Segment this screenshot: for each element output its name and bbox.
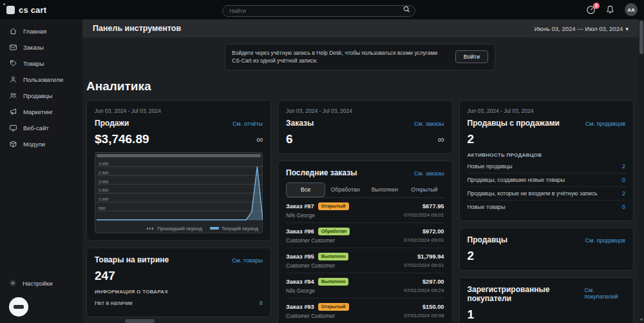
orders-title: Заказы: [286, 119, 314, 128]
order-status-badge: Обработан: [318, 228, 350, 235]
see-vendors-link-2[interactable]: См. продавцов: [585, 237, 625, 244]
orders-period: Jun 03, 2024 - Jul 03, 2024: [286, 108, 444, 114]
sidebar-item-label: Продавцы: [23, 92, 52, 99]
performance-gauge-icon[interactable]: 2: [586, 5, 596, 15]
vertical-scrollbar-thumb[interactable]: [639, 21, 643, 54]
stat-value: 8: [260, 300, 263, 306]
sidebar: ГлавнаяЗаказыТоварыПользователиПродавцыМ…: [0, 19, 82, 323]
solid-series-icon: [210, 227, 219, 230]
order-row-line2: Customer Customer07/01/2024 09:08: [286, 313, 444, 319]
dashboard-content: Войдите через учётную запись в Help Desk…: [82, 37, 639, 323]
helpdesk-banner: Войдите через учётную запись в Help Desk…: [225, 44, 495, 70]
vertical-scrollbar[interactable]: [639, 19, 644, 323]
chart-range-scrollbar[interactable]: [97, 154, 261, 157]
cs-cart-logo[interactable]: cs cart: [6, 5, 46, 15]
dashboard-columns: Jun 03, 2024 - Jul 03, 2024 Продажи См. …: [86, 100, 634, 323]
customers-count: 1: [468, 308, 475, 322]
order-amount: $1,799.94: [417, 253, 444, 260]
page-title: Панель инструментов: [93, 24, 181, 33]
search-icon[interactable]: [403, 6, 410, 13]
legend-past-label: Прошедший период: [157, 226, 202, 231]
analytics-heading: Аналитика: [86, 79, 634, 93]
order-row[interactable]: Заказ #95Выполнен$1,799.94Customer Custo…: [286, 248, 444, 273]
sidebar-menu: ГлавнаяЗаказыТоварыПользователиПродавцыМ…: [0, 23, 82, 152]
cs-cart-logo-text: cs cart: [19, 5, 46, 15]
see-orders-link[interactable]: См. заказы: [414, 121, 444, 127]
users-icon: [9, 75, 17, 84]
global-search: [222, 4, 415, 15]
sidebar-item-marketing[interactable]: Маркетинг: [0, 104, 82, 120]
search-input[interactable]: [222, 5, 415, 17]
notification-count-badge: 2: [593, 3, 600, 9]
tab-Обработан[interactable]: Обработан: [325, 182, 365, 197]
order-amount: $297.00: [422, 279, 444, 285]
vendors-icon: [9, 92, 17, 100]
products-title: Товары на витрине: [95, 255, 169, 264]
caret-down-icon: ▾: [625, 25, 629, 32]
tab-Выполнен[interactable]: Выполнен: [365, 182, 404, 197]
vendor-activity-row[interactable]: Продавцы, создавшие новые товары0: [468, 173, 626, 186]
orders-count: 6: [286, 132, 293, 146]
infinity-icon: ∞: [256, 135, 263, 144]
order-id: Заказ #96: [286, 228, 314, 235]
legend-past-period[interactable]: Прошедший период: [147, 226, 202, 231]
sidebar-item-products[interactable]: Товары: [0, 55, 82, 72]
order-id: Заказ #95: [286, 253, 314, 260]
sidebar-settings-label: Настройки: [23, 280, 53, 287]
vendors-card: Продавцы См. продавцов 2: [459, 228, 634, 271]
order-row[interactable]: Заказ #94Выполнен$297.00Nils George07/01…: [286, 273, 444, 299]
see-vendors-link[interactable]: См. продавцов: [585, 121, 625, 127]
see-customers-link[interactable]: См. покупателей: [584, 287, 625, 300]
stat-value: 0: [622, 204, 625, 210]
tab-Открытый[interactable]: Открытый: [404, 182, 444, 197]
order-customer: Customer Customer: [286, 262, 335, 269]
orders-card: Jun 03, 2024 - Jul 03, 2024 Заказы См. з…: [278, 100, 453, 154]
sidebar-item-label: Заказы: [23, 44, 44, 51]
vendor-activity-row[interactable]: Новые продавцы2: [468, 160, 626, 173]
sidebar-item-users[interactable]: Пользователи: [0, 72, 82, 88]
cs-cart-round-badge[interactable]: [9, 297, 28, 317]
scroll-down-arrow-icon[interactable]: [639, 318, 643, 321]
sidebar-item-addons[interactable]: Модули: [0, 136, 82, 152]
orders-list: Заказ #97Открытый$677.95Nils George07/02…: [286, 198, 444, 320]
sidebar-item-label: Главная: [23, 28, 46, 35]
see-products-link[interactable]: См. товары: [232, 257, 263, 264]
order-row[interactable]: Заказ #93Открытый$150.00Customer Custome…: [286, 299, 444, 320]
order-status-badge: Открытый: [318, 202, 349, 210]
see-reports-link[interactable]: См. отчёты: [232, 121, 263, 127]
gear-icon: [9, 279, 17, 287]
sales-area-chart: 5001,0001,5002,0002,5003,000: [97, 158, 261, 225]
sidebar-item-website[interactable]: Веб-сайт: [0, 120, 82, 136]
tab-Все[interactable]: Все: [286, 182, 325, 197]
products-info-section-label: ИНФОРМАЦИЯ О ТОВАРАХ: [95, 289, 263, 295]
order-row[interactable]: Заказ #97Открытый$677.95Nils George07/02…: [286, 198, 444, 223]
sidebar-item-settings[interactable]: Настройки: [0, 275, 82, 291]
sidebar-item-home[interactable]: Главная: [0, 23, 82, 39]
bell-icon[interactable]: [606, 5, 614, 14]
stat-value: 2: [622, 163, 625, 170]
legend-current-period[interactable]: Текущий период: [210, 226, 258, 231]
vendor-activity-row[interactable]: Новые товары0: [468, 200, 626, 213]
storefront-products-card: Товары на витрине См. товары 247 ИНФОРМА…: [86, 248, 271, 317]
stat-label: Продавцы, которые не входили в учётную з…: [468, 190, 598, 197]
user-avatar[interactable]: AA: [625, 3, 638, 16]
stat-label: Нет в наличии: [95, 300, 133, 306]
sales-title: Продажи: [95, 119, 129, 128]
product-info-row[interactable]: Нет в наличии8: [95, 297, 263, 309]
chart-legend: Прошедший период Текущий период: [147, 226, 258, 231]
dotted-series-icon: [147, 228, 155, 230]
recent-orders-card: Последние заказы См. заказы ВсеОбработан…: [278, 161, 453, 323]
vendor-activity-row[interactable]: Продавцы, которые не входили в учётную з…: [468, 186, 626, 200]
order-row-line1: Заказ #93Открытый$150.00: [286, 303, 444, 311]
vendors-sales-count: 2: [468, 132, 475, 146]
sidebar-item-label: Модули: [23, 141, 45, 148]
sidebar-item-orders[interactable]: Заказы: [0, 39, 82, 55]
horizontal-scrollbar-thumb[interactable]: [125, 319, 155, 323]
see-orders-link-2[interactable]: См. заказы: [414, 170, 444, 177]
sidebar-item-vendors[interactable]: Продавцы: [0, 88, 82, 104]
helpdesk-login-button[interactable]: Войти: [455, 50, 488, 63]
order-row-line2: Nils George07/01/2024 09:24: [286, 288, 444, 294]
order-row[interactable]: Заказ #96Обработан$972.00Customer Custom…: [286, 223, 444, 248]
date-range-picker[interactable]: Июнь 03, 2024 — Июл 03, 2024 ▾: [535, 25, 629, 32]
customers-title: Зарегистрированные покупатели: [468, 285, 585, 303]
